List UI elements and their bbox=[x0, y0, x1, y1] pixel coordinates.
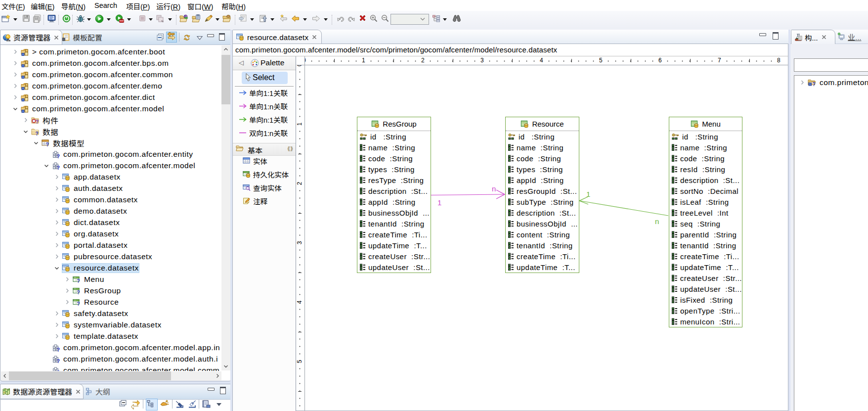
svg-text:?: ? bbox=[77, 301, 81, 306]
svg-text:1: 1 bbox=[586, 190, 590, 198]
svg-text:?: ? bbox=[57, 358, 60, 363]
svg-text:n: n bbox=[655, 217, 659, 226]
svg-text:?: ? bbox=[36, 131, 39, 136]
svg-text:1: 1 bbox=[437, 198, 441, 207]
svg-text:?: ? bbox=[57, 153, 60, 158]
svg-text:n: n bbox=[492, 184, 496, 193]
svg-text:?: ? bbox=[36, 119, 39, 124]
svg-text:?: ? bbox=[57, 165, 60, 170]
svg-text:?: ? bbox=[813, 82, 816, 87]
svg-text:?: ? bbox=[77, 278, 81, 283]
svg-text:?: ? bbox=[57, 369, 60, 371]
svg-text:?: ? bbox=[46, 142, 49, 147]
svg-text:?: ? bbox=[77, 290, 81, 295]
svg-text:?: ? bbox=[57, 347, 60, 352]
